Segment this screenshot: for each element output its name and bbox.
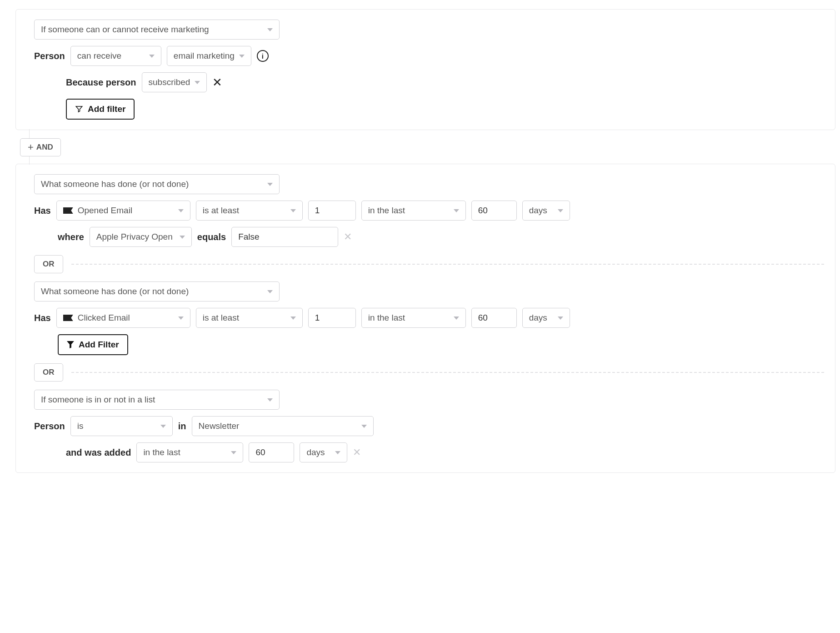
metric-value: Clicked Email bbox=[78, 313, 130, 323]
flag-icon bbox=[63, 315, 73, 321]
chevron-down-icon bbox=[267, 290, 273, 293]
or-label: OR bbox=[43, 260, 55, 269]
condition-type-label: If someone can or cannot receive marketi… bbox=[41, 25, 209, 35]
added-value-input[interactable]: 60 bbox=[249, 442, 294, 462]
condition-type-select[interactable]: What someone has done (or not done) bbox=[34, 174, 280, 194]
range-type-value: in the last bbox=[368, 206, 405, 216]
person-label: Person bbox=[34, 51, 65, 61]
condition-type-select[interactable]: What someone has done (or not done) bbox=[34, 281, 280, 301]
has-label: Has bbox=[34, 313, 51, 323]
and-button[interactable]: + AND bbox=[20, 138, 61, 156]
chevron-down-icon bbox=[160, 425, 166, 428]
count-input[interactable]: 1 bbox=[308, 308, 356, 328]
added-value: 60 bbox=[255, 447, 265, 457]
count-input[interactable]: 1 bbox=[308, 201, 356, 221]
chevron-down-icon bbox=[454, 209, 459, 212]
or-button[interactable]: OR bbox=[34, 255, 63, 273]
added-label: and was added bbox=[66, 447, 131, 458]
chevron-down-icon bbox=[178, 316, 184, 320]
channel-value: email marketing bbox=[174, 51, 235, 61]
chevron-down-icon bbox=[558, 209, 563, 212]
range-value: 60 bbox=[478, 313, 488, 323]
condition-type-label: What someone has done (or not done) bbox=[41, 286, 189, 296]
range-type-select[interactable]: in the last bbox=[361, 308, 466, 328]
has-label: Has bbox=[34, 206, 51, 216]
remove-icon[interactable]: ✕ bbox=[353, 447, 361, 457]
and-label: AND bbox=[36, 143, 53, 152]
chevron-down-icon bbox=[267, 183, 273, 186]
chevron-down-icon bbox=[195, 81, 200, 84]
range-unit-select[interactable]: days bbox=[522, 201, 570, 221]
person-label: Person bbox=[34, 421, 65, 432]
chevron-down-icon bbox=[454, 316, 459, 320]
chevron-down-icon bbox=[290, 316, 296, 320]
added-unit-select[interactable]: days bbox=[300, 442, 347, 462]
operator-value: is at least bbox=[203, 206, 239, 216]
funnel-icon bbox=[75, 105, 83, 113]
count-value: 1 bbox=[315, 206, 320, 216]
where-label: where bbox=[58, 232, 84, 242]
or-connector: OR bbox=[34, 363, 824, 382]
is-value: is bbox=[77, 421, 84, 431]
range-value-input[interactable]: 60 bbox=[471, 308, 517, 328]
chevron-down-icon bbox=[290, 209, 296, 212]
list-select[interactable]: Newsletter bbox=[192, 416, 374, 436]
range-value: 60 bbox=[478, 206, 488, 216]
range-value-input[interactable]: 60 bbox=[471, 201, 517, 221]
where-field-select[interactable]: Apple Privacy Open bbox=[90, 227, 192, 247]
operator-value: is at least bbox=[203, 313, 239, 323]
range-type-select[interactable]: in the last bbox=[361, 201, 466, 221]
metric-select[interactable]: Opened Email bbox=[56, 201, 190, 221]
is-select[interactable]: is bbox=[70, 416, 173, 436]
chevron-down-icon bbox=[239, 55, 245, 58]
added-range-select[interactable]: in the last bbox=[136, 442, 243, 462]
add-filter-button[interactable]: Add Filter bbox=[58, 334, 128, 355]
add-filter-button[interactable]: Add filter bbox=[66, 99, 135, 120]
chevron-down-icon bbox=[361, 425, 367, 428]
chevron-down-icon bbox=[267, 28, 273, 31]
metric-select[interactable]: Clicked Email bbox=[56, 308, 190, 328]
where-value: False bbox=[238, 232, 259, 242]
operator-select[interactable]: is at least bbox=[196, 201, 303, 221]
chevron-down-icon bbox=[558, 316, 563, 320]
condition-type-select[interactable]: If someone is in or not in a list bbox=[34, 390, 280, 410]
funnel-icon bbox=[67, 341, 74, 348]
range-unit-value: days bbox=[529, 313, 547, 323]
can-receive-value: can receive bbox=[77, 51, 121, 61]
range-unit-select[interactable]: days bbox=[522, 308, 570, 328]
chevron-down-icon bbox=[335, 451, 340, 454]
because-select[interactable]: subscribed bbox=[142, 72, 207, 92]
range-type-value: in the last bbox=[368, 313, 405, 323]
remove-icon[interactable]: ✕ bbox=[344, 232, 352, 242]
operator-select[interactable]: is at least bbox=[196, 308, 303, 328]
chevron-down-icon bbox=[267, 398, 273, 402]
condition-group-1: If someone can or cannot receive marketi… bbox=[15, 9, 835, 130]
flag-icon bbox=[63, 207, 73, 214]
added-unit-value: days bbox=[306, 447, 325, 457]
metric-value: Opened Email bbox=[78, 206, 132, 216]
chevron-down-icon bbox=[231, 451, 236, 454]
add-filter-label: Add Filter bbox=[79, 340, 119, 350]
info-icon[interactable]: i bbox=[257, 50, 269, 62]
because-label: Because person bbox=[66, 77, 136, 88]
range-unit-value: days bbox=[529, 206, 547, 216]
or-divider bbox=[71, 264, 825, 265]
or-connector: OR bbox=[34, 255, 824, 273]
in-label: in bbox=[178, 421, 186, 432]
channel-select[interactable]: email marketing bbox=[167, 46, 251, 66]
or-button[interactable]: OR bbox=[34, 363, 63, 382]
condition-type-select[interactable]: If someone can or cannot receive marketi… bbox=[34, 20, 280, 40]
because-value: subscribed bbox=[149, 77, 190, 87]
and-connector: + AND bbox=[20, 135, 835, 159]
list-value: Newsletter bbox=[199, 421, 240, 431]
remove-icon[interactable]: ✕ bbox=[212, 76, 222, 88]
can-receive-select[interactable]: can receive bbox=[70, 46, 161, 66]
condition-group-2: What someone has done (or not done) Has … bbox=[15, 164, 835, 473]
add-filter-label: Add filter bbox=[88, 104, 125, 114]
where-value-input[interactable]: False bbox=[231, 227, 338, 247]
condition-type-label: What someone has done (or not done) bbox=[41, 179, 189, 189]
chevron-down-icon bbox=[178, 209, 184, 212]
or-divider bbox=[71, 372, 825, 373]
chevron-down-icon bbox=[149, 55, 155, 58]
where-op-label: equals bbox=[197, 232, 226, 242]
